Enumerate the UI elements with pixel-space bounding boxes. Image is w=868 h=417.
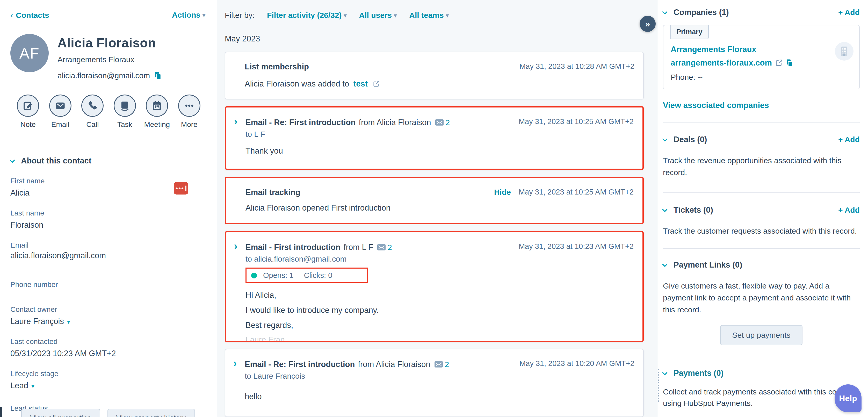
contact-owner-label: Contact owner — [10, 305, 205, 314]
email-tracking-card[interactable]: Email tracking Hide May 31, 2023 at 10:2… — [225, 177, 644, 224]
tracking-status-dot — [251, 273, 257, 278]
expand-chevron-icon[interactable]: › — [233, 359, 237, 367]
email-button[interactable]: Email — [44, 94, 76, 129]
expand-chevron-icon[interactable]: › — [234, 242, 238, 250]
lifecycle-stage-label: Lifecycle stage — [10, 369, 205, 378]
view-property-history-button[interactable]: View property history — [107, 409, 195, 417]
companies-title: Companies (1) — [674, 8, 838, 17]
contact-email[interactable]: alicia.floraison@gmail.com — [58, 71, 150, 80]
lifecycle-stage-field: Lifecycle stage Lead▾ — [10, 369, 205, 390]
view-associated-companies-link[interactable]: View associated companies — [663, 101, 860, 110]
chevron-down-icon: ▾ — [446, 12, 449, 19]
call-button[interactable]: Call — [76, 94, 109, 129]
company-domain-link[interactable]: arrangements-floraux.com — [671, 58, 852, 68]
email-count[interactable]: 2 — [446, 118, 450, 127]
email-card[interactable]: › Email - Re: First introduction from Al… — [225, 349, 644, 417]
payment-links-description: Give customers a fast, flexible way to p… — [663, 280, 860, 316]
collapse-section-icon[interactable] — [662, 9, 668, 14]
all-teams-dropdown[interactable]: All teams▾ — [409, 11, 448, 20]
hide-link[interactable]: Hide — [494, 188, 511, 197]
task-button[interactable]: Task — [109, 94, 141, 129]
all-users-dropdown[interactable]: All users▾ — [359, 11, 397, 20]
deals-title: Deals (0) — [674, 135, 838, 144]
email-field: Email alicia.floraison@gmail.com — [10, 241, 205, 260]
contact-owner-value[interactable]: Laure François▾ — [10, 317, 205, 326]
company-card[interactable]: Primary Arrangements Floraux arrangement… — [663, 25, 860, 89]
help-button[interactable]: Help — [835, 384, 862, 412]
list-link[interactable]: test — [353, 79, 368, 88]
email-count[interactable]: 2 — [388, 243, 392, 252]
phone-label: Phone number — [10, 280, 205, 289]
card-timestamp: May 31, 2023 at 10:23 AM GMT+2 — [519, 242, 634, 251]
chevron-down-icon: ▾ — [31, 383, 34, 390]
copy-icon[interactable] — [154, 71, 162, 80]
contact-owner-field: Contact owner Laure François▾ — [10, 305, 205, 326]
list-membership-card[interactable]: List membership May 31, 2023 at 10:28 AM… — [225, 52, 644, 99]
collapse-section-icon[interactable] — [9, 157, 15, 163]
copy-icon[interactable] — [786, 59, 793, 67]
collapse-section-icon[interactable] — [662, 262, 668, 267]
tickets-title: Tickets (0) — [674, 205, 838, 215]
about-section-title: About this contact — [21, 156, 91, 166]
note-button[interactable]: Note — [12, 94, 44, 129]
payment-links-section: Payment Links (0) Give customers a fast,… — [663, 249, 860, 357]
email-card[interactable]: › Email - Re: First introduction from Al… — [225, 106, 644, 170]
payments-section: Payments (0) Collect and track payments … — [663, 357, 860, 417]
email-recipients: to alicia.floraison@gmail.com — [246, 255, 634, 263]
email-stats-box: Opens: 1 Clicks: 0 — [246, 268, 368, 284]
filter-activity-dropdown[interactable]: Filter activity (26/32)▾ — [267, 11, 347, 20]
card-timestamp: May 31, 2023 at 10:28 AM GMT+2 — [520, 62, 634, 71]
card-body: Alicia Floraison was added to test — [245, 79, 634, 99]
add-ticket-button[interactable]: + Add — [838, 206, 860, 214]
task-label: Task — [117, 120, 132, 129]
contact-company: Arrangements Floraux — [58, 55, 162, 64]
actions-dropdown[interactable]: Actions▾ — [172, 11, 205, 20]
expand-chevron-icon[interactable]: › — [234, 117, 238, 125]
payment-links-title: Payment Links (0) — [674, 260, 860, 270]
collapse-panel-button[interactable]: » — [640, 16, 656, 32]
note-label: Note — [21, 120, 36, 129]
first-name-field: First name Alicia ••• — [10, 177, 205, 198]
email-card[interactable]: › Email - First introduction from L F 2 … — [225, 231, 644, 342]
password-manager-icon[interactable]: ••• — [174, 182, 188, 195]
contact-name: Alicia Floraison — [58, 35, 162, 51]
activity-timeline: Filter by: Filter activity (26/32)▾ All … — [217, 0, 658, 417]
chevron-down-icon: ▾ — [394, 12, 397, 19]
lifecycle-stage-value[interactable]: Lead▾ — [10, 381, 205, 390]
card-timestamp: May 31, 2023 at 10:20 AM GMT+2 — [520, 359, 634, 368]
drag-handle[interactable] — [658, 369, 659, 402]
card-from: from Alicia Floraison — [359, 118, 431, 127]
email-recipients: to Laure François — [245, 372, 634, 381]
add-deal-button[interactable]: + Add — [838, 135, 860, 144]
email-count[interactable]: 2 — [445, 360, 449, 369]
chevron-down-icon: ▾ — [344, 12, 347, 19]
email-preview: hello — [245, 392, 634, 412]
last-name-field: Last name Floraison — [10, 209, 205, 230]
phone-field: Phone number — [10, 280, 205, 289]
card-timestamp: May 31, 2023 at 10:25 AM GMT+2 — [519, 188, 634, 196]
view-all-properties-button[interactable]: View all properties — [21, 409, 100, 417]
more-button[interactable]: More — [173, 94, 206, 129]
email-count-icon — [435, 361, 443, 368]
set-up-payments-button[interactable]: Set up payments — [720, 325, 802, 345]
back-to-contacts-link[interactable]: ‹Contacts — [10, 10, 49, 20]
more-icon — [184, 100, 195, 111]
scrollbar-fragment — [0, 407, 2, 417]
back-chevron-icon: ‹ — [10, 10, 13, 20]
card-from: from Alicia Floraison — [358, 360, 430, 369]
payments-description: Collect and track payments associated wi… — [663, 386, 860, 409]
external-link-icon — [373, 80, 380, 88]
collapse-section-icon[interactable] — [662, 136, 668, 142]
tickets-description: Track the customer requests associated w… — [663, 225, 860, 237]
last-name-value[interactable]: Floraison — [10, 220, 205, 230]
company-name-link[interactable]: Arrangements Floraux — [671, 45, 852, 54]
collapse-section-icon[interactable] — [662, 370, 668, 375]
meeting-button[interactable]: Meeting — [141, 94, 173, 129]
add-company-button[interactable]: + Add — [838, 8, 860, 17]
card-title: Email - Re: First introduction — [245, 360, 355, 369]
tickets-section: Tickets (0) + Add Track the customer req… — [663, 193, 860, 249]
divider — [0, 142, 216, 142]
collapse-section-icon[interactable] — [662, 207, 668, 212]
email-value[interactable]: alicia.floraison@gmail.com — [10, 251, 205, 260]
faded-signature: Laure Fran — [246, 335, 634, 342]
